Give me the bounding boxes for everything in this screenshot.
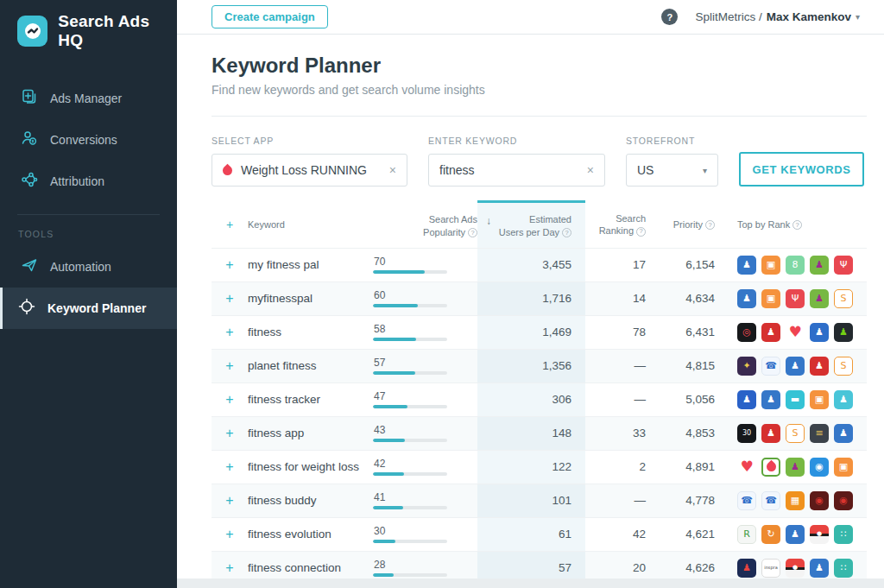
- popularity-bar: [373, 573, 447, 577]
- add-cell: +: [212, 291, 248, 307]
- app-icon: ♟: [761, 424, 780, 443]
- app-icon: [761, 458, 780, 477]
- app-icon: ♟: [737, 559, 756, 578]
- popularity-value: 30: [374, 525, 385, 537]
- add-cell: +: [212, 358, 248, 374]
- table-row: +fitness tracker47306—5,056♟♟▬▣♟: [212, 383, 867, 416]
- add-keyword-button[interactable]: +: [225, 392, 233, 408]
- app-select-input[interactable]: Weight Loss RUNNING ×: [212, 154, 407, 187]
- users-per-day-cell: 306: [477, 383, 585, 416]
- popularity-bar: [373, 405, 447, 408]
- popularity-bar-fill: [373, 304, 418, 307]
- app-icon: ▣: [761, 256, 780, 275]
- app-icon: S: [834, 357, 853, 376]
- popularity-bar: [373, 270, 447, 274]
- app-icon: ▣: [761, 289, 780, 308]
- add-keyword-button[interactable]: +: [225, 459, 233, 475]
- clear-keyword-icon[interactable]: ×: [587, 163, 594, 177]
- top-by-rank-cell: ♟♟▬▣♟: [715, 390, 867, 409]
- sidebar-item-ads-manager[interactable]: Ads Manager: [0, 78, 177, 119]
- popularity-bar: [373, 540, 447, 543]
- sidebar-item-conversions[interactable]: Conversions: [0, 119, 177, 161]
- popularity-value: 28: [374, 559, 385, 571]
- table-row: +myfitnesspal601,716144,634♟▣Ψ♟S: [212, 281, 867, 315]
- bottom-strip: [177, 579, 884, 588]
- users-per-day-cell: 101: [477, 484, 585, 517]
- popularity-bar: [373, 304, 447, 307]
- col-users-sorted[interactable]: ↓ Estimated Users per Day?: [477, 200, 585, 248]
- add-keyword-button[interactable]: +: [225, 291, 233, 307]
- sidebar-item-keyword-planner[interactable]: Keyword Planner: [0, 288, 177, 329]
- col-keyword[interactable]: Keyword: [248, 200, 373, 248]
- col-popularity[interactable]: Search Ads Popularity?: [373, 200, 477, 248]
- popularity-bar: [373, 371, 447, 375]
- add-keyword-button[interactable]: +: [225, 426, 233, 441]
- col-top-by-rank[interactable]: Top by Rank?: [715, 200, 867, 248]
- keyword-cell: fitness evolution: [248, 528, 373, 541]
- flame-icon: [221, 163, 235, 177]
- users-per-day-cell: 3,455: [477, 249, 585, 281]
- popularity-cell: 57: [373, 357, 477, 375]
- keyword-cell: fitness connection: [248, 561, 373, 574]
- help-icon[interactable]: ?: [661, 9, 678, 25]
- page-subtitle: Find new keywords and get search volume …: [212, 83, 867, 97]
- search-ranking-cell: —: [585, 359, 651, 372]
- popularity-bar: [373, 472, 447, 476]
- sidebar-nav: Ads Manager Conversions Attribution TOOL…: [0, 78, 177, 329]
- app-icon: ●: [786, 559, 805, 578]
- select-app-label: SELECT APP: [212, 136, 407, 146]
- popularity-bar-fill: [373, 338, 416, 341]
- app-icon: ♟: [834, 323, 853, 342]
- top-by-rank-cell: ☎☎▦◉◉: [715, 491, 867, 510]
- top-by-rank-cell: ♟inspra●♟∷: [715, 559, 867, 578]
- keyword-input[interactable]: fitness ×: [428, 154, 605, 187]
- add-all-button[interactable]: +: [226, 218, 233, 231]
- top-by-rank-cell: ✦☎♟♟S: [715, 357, 867, 376]
- popularity-cell: 47: [373, 390, 477, 408]
- app-icon: ♟: [737, 289, 756, 308]
- keyword-text: my fitness pal: [248, 258, 319, 271]
- popularity-bar-fill: [373, 405, 407, 408]
- sidebar-item-attribution[interactable]: Attribution: [0, 161, 177, 202]
- selected-app-name: Weight Loss RUNNING: [241, 163, 367, 177]
- app-icon: ♟: [761, 323, 780, 342]
- keyword-value: fitness: [439, 163, 474, 177]
- priority-cell: 4,778: [651, 494, 715, 507]
- app-icon: Ψ: [786, 289, 805, 308]
- add-keyword-button[interactable]: +: [225, 257, 233, 273]
- keyword-cell: fitness: [248, 326, 373, 338]
- search-ranking-cell: 42: [585, 528, 651, 541]
- get-keywords-button[interactable]: GET KEYWORDS: [739, 152, 864, 187]
- add-keyword-button[interactable]: +: [225, 358, 233, 374]
- keyword-form: SELECT APP Weight Loss RUNNING × ENTER K…: [212, 136, 867, 187]
- automation-icon: [21, 256, 38, 277]
- search-ranking-cell: 78: [585, 326, 651, 338]
- app-icon: inspra: [761, 559, 780, 578]
- create-campaign-button[interactable]: Create campaign: [212, 5, 328, 28]
- table-row: +fitness buddy41101—4,778☎☎▦◉◉: [212, 484, 867, 517]
- popularity-cell: 30: [373, 525, 477, 543]
- add-keyword-button[interactable]: +: [225, 527, 233, 542]
- app-icon: 8: [786, 256, 805, 275]
- col-ranking[interactable]: Search Ranking?: [585, 200, 651, 248]
- app-icon: ☎: [761, 357, 780, 376]
- sidebar-item-automation[interactable]: Automation: [0, 246, 177, 288]
- clear-app-icon[interactable]: ×: [389, 163, 396, 177]
- sort-desc-icon: ↓: [486, 215, 491, 227]
- keyword-text: fitness: [248, 326, 281, 338]
- user-name: Max Kamenkov: [767, 10, 851, 23]
- top-by-rank-cell: R↻♟●∷: [715, 525, 867, 544]
- account-menu[interactable]: SplitMetrics / Max Kamenkov ▾: [695, 10, 860, 23]
- col-priority[interactable]: Priority?: [651, 200, 715, 248]
- top-by-rank-cell: ♟▣Ψ♟S: [715, 289, 867, 308]
- add-keyword-button[interactable]: +: [225, 560, 233, 576]
- storefront-select[interactable]: US ▾: [626, 154, 718, 187]
- keyword-cell: fitness for weight loss: [248, 460, 373, 473]
- add-keyword-button[interactable]: +: [225, 493, 233, 509]
- storefront-label: STOREFRONT: [626, 136, 718, 146]
- keyword-cell: fitness tracker: [248, 393, 373, 406]
- top-by-rank-cell: ◎♟♥♟♟: [715, 323, 867, 342]
- add-keyword-button[interactable]: +: [225, 325, 233, 340]
- add-cell: +: [212, 257, 248, 273]
- app-icon: ♟: [786, 458, 805, 477]
